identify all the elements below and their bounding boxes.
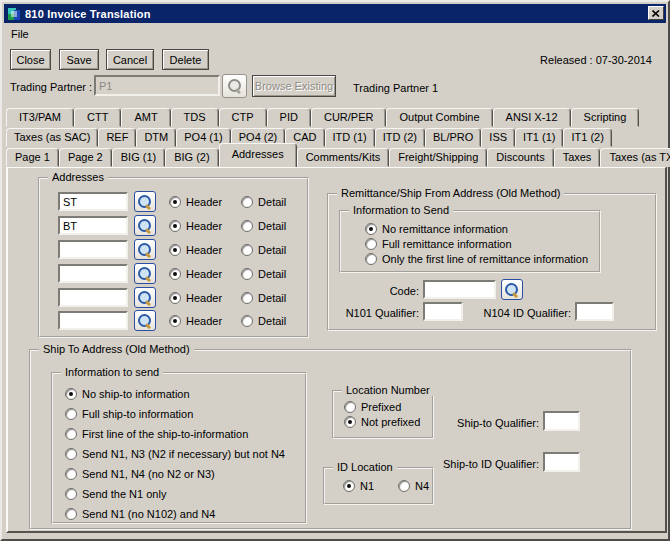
code-input[interactable] — [423, 280, 496, 299]
trading-partner-search-button[interactable] — [222, 74, 247, 98]
address-row: Header Detail — [58, 287, 286, 308]
remittance-group: Remittance/Ship From Address (Old Method… — [327, 193, 657, 331]
cancel-button[interactable]: Cancel — [106, 49, 154, 70]
radio-first-line-remittance[interactable]: Only the first line of remittance inform… — [341, 251, 599, 266]
n104-id-qualifier-input[interactable] — [575, 302, 614, 321]
radio-icon — [65, 508, 77, 520]
tab-ctp[interactable]: CTP — [219, 108, 267, 127]
address-code-input[interactable] — [58, 311, 128, 330]
dialog-window: 810 Invoice Translation File Close Save … — [0, 0, 670, 541]
address-code-input[interactable] — [58, 288, 128, 307]
trading-partner-input[interactable] — [94, 75, 220, 96]
address-search-button[interactable] — [134, 239, 156, 260]
radio-n4[interactable]: N4 — [398, 480, 429, 492]
radio-send-n1-no-n102[interactable]: Send N1 (no N102) and N4 — [53, 504, 305, 524]
tab-it1-1[interactable]: IT1 (1) — [515, 128, 563, 147]
tab-output-combine[interactable]: Output Combine — [386, 108, 492, 127]
tab-cur-per[interactable]: CUR/PER — [311, 108, 387, 127]
tab-taxes-as-sac[interactable]: Taxes (as SAC) — [6, 128, 98, 147]
tab-big-1[interactable]: BIG (1) — [112, 148, 165, 167]
address-search-button[interactable] — [134, 310, 156, 331]
released-date: Released : 07-30-2014 — [540, 54, 652, 66]
tab-bl-pro[interactable]: BL/PRO — [425, 128, 481, 147]
header-radio[interactable]: Header — [169, 292, 222, 304]
code-search-button[interactable] — [501, 279, 523, 300]
tab-page-2[interactable]: Page 2 — [59, 148, 112, 167]
tab-big-2[interactable]: BIG (2) — [165, 148, 218, 167]
address-search-button[interactable] — [134, 191, 156, 212]
address-search-button[interactable] — [134, 215, 156, 236]
radio-send-n1-only[interactable]: Send the N1 only — [53, 484, 305, 504]
radio-full-ship-to[interactable]: Full ship-to information — [53, 404, 305, 424]
tab-ref[interactable]: REF — [98, 128, 136, 147]
tab-addresses[interactable]: Addresses — [219, 143, 297, 167]
radio-icon — [241, 315, 253, 327]
tab-discounts[interactable]: Discounts — [487, 148, 553, 167]
tab-pid[interactable]: PID — [267, 108, 311, 127]
address-search-button[interactable] — [134, 263, 156, 284]
tab-taxes-as-txi[interactable]: Taxes (as TXI) — [600, 148, 670, 167]
save-button[interactable]: Save — [59, 49, 99, 70]
address-code-input[interactable] — [58, 240, 128, 259]
address-code-input[interactable] — [58, 192, 128, 211]
tab-itd-2[interactable]: ITD (2) — [375, 128, 425, 147]
tab-dtm[interactable]: DTM — [136, 128, 176, 147]
radio-send-n1-n4[interactable]: Send N1, N4 (no N2 or N3) — [53, 464, 305, 484]
address-search-button[interactable] — [134, 287, 156, 308]
close-button[interactable]: Close — [10, 49, 51, 70]
tab-scripting[interactable]: Scripting — [571, 108, 640, 127]
addresses-group-title: Addresses — [48, 171, 108, 183]
radio-icon — [169, 315, 181, 327]
tab-tds[interactable]: TDS — [171, 108, 219, 127]
location-number-group: Location Number Prefixed Not prefixed — [332, 390, 434, 439]
detail-radio[interactable]: Detail — [241, 220, 286, 232]
radio-prefixed[interactable]: Prefixed — [334, 399, 432, 414]
tab-page-1[interactable]: Page 1 — [6, 148, 59, 167]
radio-no-remittance[interactable]: No remittance information — [341, 221, 599, 236]
radio-icon — [65, 448, 77, 460]
radio-n1[interactable]: N1 — [343, 480, 374, 492]
tab-ansi-x12[interactable]: ANSI X-12 — [493, 108, 571, 127]
address-code-input[interactable] — [58, 216, 128, 235]
tab-itd-1[interactable]: ITD (1) — [325, 128, 375, 147]
n104-id-qualifier-label: N104 ID Qualifier: — [477, 307, 571, 319]
tab-it3-pam[interactable]: IT3/PAM — [6, 108, 74, 127]
tab-ctt[interactable]: CTT — [74, 108, 121, 127]
address-code-input[interactable] — [58, 264, 128, 283]
ship-to-qualifier-input[interactable] — [543, 411, 580, 431]
address-row: Header Detail — [58, 239, 286, 260]
radio-no-ship-to[interactable]: No ship-to information — [53, 384, 305, 404]
tab-it1-2[interactable]: IT1 (2) — [563, 128, 611, 147]
tab-iss[interactable]: ISS — [481, 128, 515, 147]
close-window-icon[interactable] — [648, 6, 664, 20]
address-row: Header Detail — [58, 191, 286, 212]
n101-qualifier-input[interactable] — [423, 302, 463, 321]
header-radio[interactable]: Header — [169, 268, 222, 280]
header-radio[interactable]: Header — [169, 315, 222, 327]
addresses-group: Addresses Header Detail Header Detail He… — [38, 177, 309, 338]
detail-radio[interactable]: Detail — [241, 292, 286, 304]
radio-full-remittance[interactable]: Full remittance information — [341, 236, 599, 251]
tab-amt[interactable]: AMT — [121, 108, 170, 127]
tab-freight-shipping[interactable]: Freight/Shipping — [389, 148, 487, 167]
ship-to-info-group: Information to send No ship-to informati… — [51, 372, 307, 524]
detail-radio[interactable]: Detail — [241, 196, 286, 208]
radio-icon — [398, 480, 410, 492]
radio-send-n1-n3[interactable]: Send N1, N3 (N2 if necessary) but not N4 — [53, 444, 305, 464]
delete-button[interactable]: Delete — [162, 49, 209, 70]
tab-comments-kits[interactable]: Comments/Kits — [297, 148, 390, 167]
detail-radio[interactable]: Detail — [241, 315, 286, 327]
radio-icon — [241, 292, 253, 304]
browse-existing-button[interactable]: Browse Existing — [252, 75, 336, 97]
menu-file[interactable]: File — [6, 27, 36, 41]
address-row: Header Detail — [58, 215, 286, 236]
radio-first-line-ship-to[interactable]: First line of the ship-to-information — [53, 424, 305, 444]
detail-radio[interactable]: Detail — [241, 268, 286, 280]
detail-radio[interactable]: Detail — [241, 244, 286, 256]
tab-taxes[interactable]: Taxes — [554, 148, 601, 167]
header-radio[interactable]: Header — [169, 196, 222, 208]
header-radio[interactable]: Header — [169, 244, 222, 256]
header-radio[interactable]: Header — [169, 220, 222, 232]
ship-to-id-qualifier-input[interactable] — [543, 452, 580, 472]
search-icon — [138, 219, 152, 233]
